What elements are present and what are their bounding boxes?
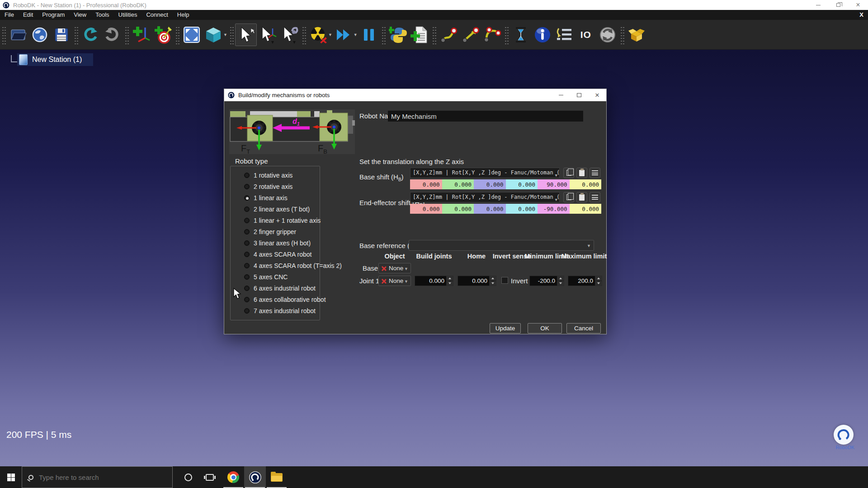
base-shift-paste-button[interactable] [576,168,587,178]
menu-help[interactable]: Help [173,10,194,20]
robot-type-option-2[interactable]: 1 linear axis [244,194,288,202]
spin-down-button[interactable] [447,281,453,286]
window-minimize-button[interactable] [808,0,828,10]
base-shift-y[interactable]: 0.000 [442,179,474,189]
collision-check-icon[interactable] [307,23,329,46]
menu-connect[interactable]: Connect [142,10,172,20]
joint1-max-limit-spinner[interactable]: 200.0 [568,276,602,286]
menu-edit[interactable]: Edit [19,10,38,20]
move-tool-icon[interactable] [278,23,300,46]
base-reference-combo[interactable]: ▼ [409,240,594,251]
menu-utilities[interactable]: Utilities [114,10,142,20]
invert-checkbox[interactable] [501,277,508,284]
radio-icon[interactable] [244,240,250,246]
base-shift-rx[interactable]: 0.000 [506,179,538,189]
dialog-maximize-button[interactable] [570,89,588,101]
robot-type-option-12[interactable]: 7 axes industrial robot [244,307,316,315]
end-effector-x[interactable]: 0.000 [410,204,442,214]
base-shift-menu-button[interactable] [590,168,600,178]
end-effector-ry[interactable]: -90.000 [538,204,570,214]
taskbar-robodk[interactable] [244,466,266,488]
radio-icon[interactable] [244,173,250,178]
wait-instruction-icon[interactable] [510,23,532,46]
ok-button[interactable]: OK [528,323,562,333]
joint1-build-joints-spinner[interactable]: 0.000 [415,276,453,286]
end-effector-paste-button[interactable] [576,192,587,202]
radio-icon[interactable] [244,184,250,189]
io-signals-icon[interactable]: IO [575,23,597,46]
radio-icon[interactable] [244,263,250,268]
move-linear-instruction-icon[interactable] [459,23,481,46]
fit-view-icon[interactable] [181,23,203,46]
radio-icon[interactable] [244,218,250,223]
window-restore-button[interactable] [828,0,848,10]
joint1-home-spinner[interactable]: 0.000 [458,276,496,286]
radio-icon[interactable] [244,206,250,212]
open-station-icon[interactable] [7,23,29,46]
online-library-icon[interactable] [29,23,51,46]
spin-up-button[interactable] [557,276,564,281]
robot-type-option-8[interactable]: 4 axes SCARA robot (T=axis 2) [244,262,342,270]
taskbar-explorer[interactable] [266,466,288,488]
spin-up-button[interactable] [447,276,453,281]
window-close-button[interactable]: × [848,0,868,10]
show-info-icon[interactable] [532,23,553,46]
pause-simulation-icon[interactable] [358,23,380,46]
base-shift-x[interactable]: 0.000 [410,179,442,189]
joint1-object-dropdown[interactable]: None ▼ [378,276,411,286]
joint1-min-limit-spinner[interactable]: -200.0 [529,276,564,286]
redo-icon[interactable] [101,23,123,46]
program-events-icon[interactable] [553,23,575,46]
dialog-close-button[interactable]: × [588,89,606,101]
base-shift-format-combo[interactable]: [X,Y,Z]mm | Rot[X,Y ,Z ]deg - Fanuc/Moto… [410,168,560,178]
robot-type-option-7[interactable]: 4 axes SCARA robot [244,250,311,258]
robot-type-option-10[interactable]: 6 axes industrial robot [244,284,316,292]
end-effector-rx[interactable]: 0.000 [506,204,538,214]
menu-program[interactable]: Program [38,10,69,20]
search-input[interactable] [39,474,156,481]
end-effector-y[interactable]: 0.000 [442,204,474,214]
update-button[interactable]: Update [490,323,521,333]
move-joint-instruction-icon[interactable] [438,23,459,46]
cancel-button[interactable]: Cancel [566,323,601,333]
base-shift-ry[interactable]: 90.000 [538,179,570,189]
add-reference-frame-icon[interactable] [130,23,152,46]
robot-type-option-1[interactable]: 2 rotative axis [244,183,292,191]
base-shift-copy-button[interactable] [563,168,574,178]
fast-simulation-icon[interactable] [333,23,354,46]
add-target-icon[interactable] [152,23,174,46]
move-reference-icon[interactable] [257,23,278,46]
spin-down-button[interactable] [490,281,496,286]
spin-down-button[interactable] [595,281,602,286]
end-effector-rz[interactable]: 0.000 [570,204,602,214]
radio-icon[interactable] [244,252,250,257]
menu-tools[interactable]: Tools [91,10,113,20]
end-effector-z[interactable]: 0.000 [474,204,506,214]
end-effector-shift-format-combo[interactable]: [X,Y,Z]mm | Rot[X,Y ,Z ]deg - Fanuc/Moto… [410,192,560,202]
radio-icon[interactable] [244,297,250,302]
robot-type-option-6[interactable]: 3 linear axes (H bot) [244,239,311,247]
robot-type-option-4[interactable]: 1 linear + 1 rotative axis [244,216,321,225]
end-effector-copy-button[interactable] [563,192,574,202]
robot-type-option-9[interactable]: 5 axes CNC [244,273,288,281]
undo-icon[interactable] [80,23,101,46]
base-shift-z[interactable]: 0.000 [474,179,506,189]
robot-type-option-3[interactable]: 2 linear axes (T bot) [244,205,310,213]
robot-type-option-0[interactable]: 1 rotative axis [244,171,292,179]
base-object-dropdown[interactable]: None ▼ [378,263,411,273]
spin-down-button[interactable] [557,281,564,286]
cortana-button[interactable] [177,466,199,488]
taskbar-chrome[interactable] [222,466,244,488]
tree-item-station[interactable]: New Station (1) [17,53,93,66]
move-circular-instruction-icon[interactable] [481,23,503,46]
radio-icon[interactable] [244,308,250,314]
radio-icon[interactable] [244,286,250,291]
menu-file[interactable]: File [0,10,19,20]
end-effector-menu-button[interactable] [590,192,600,202]
robot-type-option-11[interactable]: 6 axes collaborative robot [244,296,326,304]
select-cursor-icon[interactable] [235,23,257,46]
add-python-program-icon[interactable] [387,23,409,46]
view-cube-icon[interactable] [203,23,224,46]
add-program-icon[interactable] [409,23,430,46]
start-button[interactable] [0,466,22,488]
